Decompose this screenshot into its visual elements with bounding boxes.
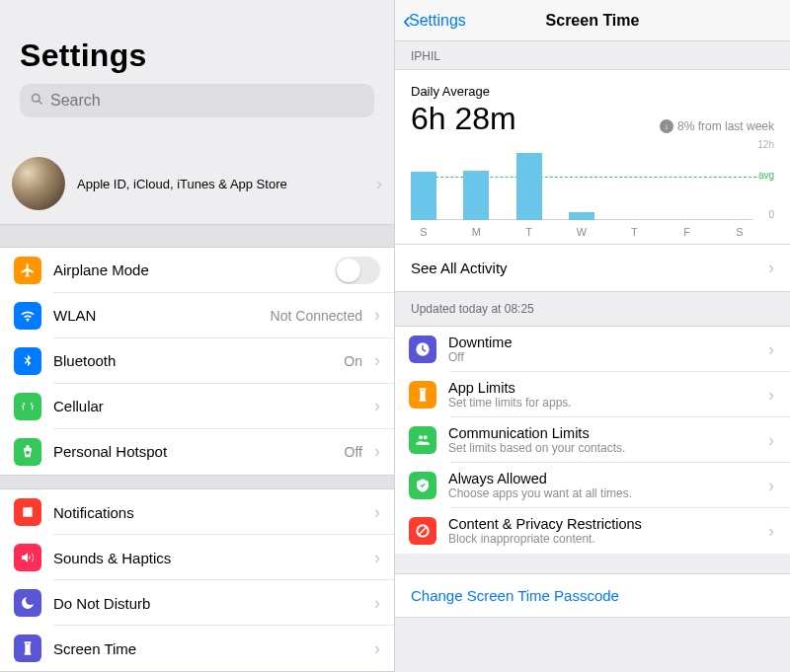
airplane-icon bbox=[14, 257, 41, 284]
chevron-right-icon: › bbox=[374, 396, 380, 416]
notifications-icon bbox=[14, 498, 41, 526]
row-value: Off bbox=[345, 444, 362, 460]
bluetooth-icon bbox=[14, 347, 41, 375]
row-text: Content & Privacy RestrictionsBlock inap… bbox=[448, 516, 756, 546]
device-label: IPHIL bbox=[395, 41, 790, 70]
row-title: Content & Privacy Restrictions bbox=[448, 516, 756, 532]
row-label: Sounds & Haptics bbox=[53, 550, 362, 566]
row-label: Notifications bbox=[53, 504, 362, 521]
row-label: Cellular bbox=[53, 398, 362, 414]
usage-chart[interactable]: 12h 0 avg SMTWTFS bbox=[411, 139, 774, 238]
always-icon bbox=[409, 472, 436, 499]
y-axis-bottom: 0 bbox=[768, 209, 774, 220]
trend-text: 8% from last week bbox=[677, 119, 774, 133]
chevron-right-icon: › bbox=[768, 385, 774, 406]
page-title: Settings bbox=[20, 37, 374, 74]
dnd-icon bbox=[14, 589, 41, 617]
row-title: Downtime bbox=[448, 335, 756, 350]
commlimits-icon bbox=[409, 426, 436, 454]
x-tick-label: W bbox=[569, 226, 594, 238]
see-all-activity-row[interactable]: See All Activity › bbox=[395, 245, 790, 292]
nav-title: Screen Time bbox=[546, 12, 640, 30]
search-field[interactable] bbox=[20, 84, 374, 117]
x-tick-label: S bbox=[727, 226, 752, 238]
settings-group-notifications: Notifications›Sounds & Haptics›Do Not Di… bbox=[0, 489, 394, 671]
settings-row-cellular[interactable]: Cellular› bbox=[0, 384, 394, 429]
chevron-right-icon: › bbox=[374, 638, 380, 659]
x-tick-label: F bbox=[674, 226, 700, 238]
wifi-icon bbox=[14, 302, 41, 330]
applimits-icon bbox=[409, 381, 436, 409]
chart-x-labels: SMTWTFS bbox=[411, 226, 752, 238]
row-subtitle: Choose apps you want at all times. bbox=[448, 486, 756, 500]
option-row-app-limits[interactable]: App LimitsSet time limits for apps.› bbox=[395, 372, 790, 417]
row-text: DowntimeOff bbox=[448, 335, 756, 364]
nav-bar: ‹ Settings Screen Time bbox=[395, 0, 790, 41]
settings-row-do-not-disturb[interactable]: Do Not Disturb› bbox=[0, 580, 394, 626]
chart-bar bbox=[463, 171, 489, 220]
row-text: App LimitsSet time limits for apps. bbox=[448, 380, 756, 410]
group-separator bbox=[0, 475, 394, 489]
group-separator bbox=[0, 224, 394, 248]
row-label: Airplane Mode bbox=[53, 261, 323, 278]
row-label: Bluetooth bbox=[53, 352, 332, 369]
x-tick-label: S bbox=[411, 226, 436, 238]
row-text: Always AllowedChoose apps you want at al… bbox=[448, 471, 756, 500]
toggle-switch[interactable] bbox=[335, 257, 380, 284]
option-row-content-privacy-restrictions[interactable]: Content & Privacy RestrictionsBlock inap… bbox=[395, 508, 790, 554]
chevron-right-icon: › bbox=[374, 502, 380, 523]
x-tick-label: M bbox=[463, 226, 489, 238]
settings-row-bluetooth[interactable]: BluetoothOn› bbox=[0, 338, 394, 384]
row-subtitle: Set limits based on your contacts. bbox=[448, 441, 756, 455]
row-text: Communication LimitsSet limits based on … bbox=[448, 425, 756, 455]
sounds-icon bbox=[14, 544, 41, 571]
screen-time-content: IPHIL Daily Average 6h 28m ↓ 8% from las… bbox=[395, 41, 790, 672]
group-separator bbox=[395, 554, 790, 573]
screentime-icon bbox=[14, 635, 41, 662]
row-subtitle: Set time limits for apps. bbox=[448, 396, 756, 410]
row-label: WLAN bbox=[53, 307, 259, 324]
x-tick-label: T bbox=[516, 226, 542, 238]
option-row-communication-limits[interactable]: Communication LimitsSet limits based on … bbox=[395, 417, 790, 463]
settings-row-notifications[interactable]: Notifications› bbox=[0, 489, 394, 535]
option-row-downtime[interactable]: DowntimeOff› bbox=[395, 327, 790, 372]
row-label: Do Not Disturb bbox=[53, 595, 362, 612]
avatar bbox=[12, 157, 65, 210]
chart-bar bbox=[411, 172, 436, 220]
cellular-icon bbox=[14, 393, 41, 420]
settings-row-airplane-mode[interactable]: Airplane Mode bbox=[0, 248, 394, 293]
row-value: Not Connected bbox=[271, 308, 362, 324]
chevron-right-icon: › bbox=[374, 548, 380, 568]
chevron-right-icon: › bbox=[768, 258, 774, 278]
chevron-right-icon: › bbox=[768, 339, 774, 360]
avg-line-label: avg bbox=[758, 170, 774, 181]
chart-bar bbox=[569, 212, 594, 220]
group-separator bbox=[395, 618, 790, 637]
hotspot-icon bbox=[14, 438, 41, 466]
settings-row-wlan[interactable]: WLANNot Connected› bbox=[0, 293, 394, 338]
back-button[interactable]: ‹ Settings bbox=[403, 7, 466, 35]
change-passcode-link[interactable]: Change Screen Time Passcode bbox=[395, 573, 790, 618]
settings-header: Settings bbox=[0, 0, 394, 129]
row-subtitle: Block inappropriate content. bbox=[448, 532, 756, 546]
settings-row-personal-hotspot[interactable]: Personal HotspotOff› bbox=[0, 429, 394, 475]
chevron-right-icon: › bbox=[376, 174, 382, 194]
see-all-label: See All Activity bbox=[411, 260, 508, 276]
row-title: App Limits bbox=[448, 380, 756, 396]
settings-group-connectivity: Airplane ModeWLANNot Connected›Bluetooth… bbox=[0, 248, 394, 475]
settings-row-screen-time[interactable]: Screen Time› bbox=[0, 626, 394, 671]
option-row-always-allowed[interactable]: Always AllowedChoose apps you want at al… bbox=[395, 463, 790, 508]
chevron-right-icon: › bbox=[374, 441, 380, 462]
apple-id-row[interactable]: Apple ID, iCloud, iTunes & App Store › bbox=[0, 143, 394, 224]
downtime-icon bbox=[409, 336, 436, 363]
arrow-down-icon: ↓ bbox=[660, 119, 673, 133]
row-title: Communication Limits bbox=[448, 425, 756, 441]
chevron-right-icon: › bbox=[374, 350, 380, 371]
screen-time-pane: ‹ Settings Screen Time IPHIL Daily Avera… bbox=[395, 0, 790, 672]
settings-row-sounds-haptics[interactable]: Sounds & Haptics› bbox=[0, 535, 394, 580]
search-input[interactable] bbox=[50, 92, 364, 110]
chart-bar bbox=[516, 153, 542, 220]
chart-bars bbox=[411, 139, 752, 220]
content-icon bbox=[409, 517, 436, 545]
chevron-right-icon: › bbox=[374, 593, 380, 614]
